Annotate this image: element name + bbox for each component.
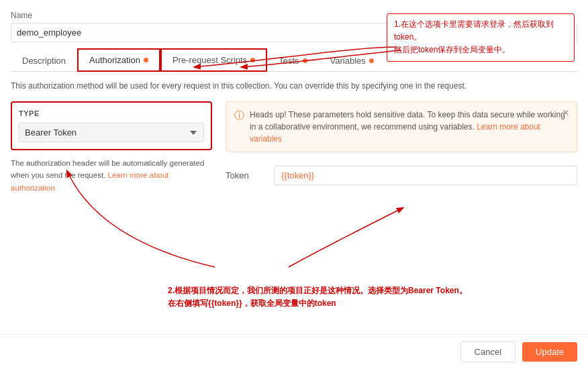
content-area: TYPE Bearer Token No Auth API Key Basic … xyxy=(11,101,577,369)
tab-pre-request-scripts[interactable]: Pre-request Scripts xyxy=(160,48,267,72)
tab-authorization[interactable]: Authorization xyxy=(77,48,160,72)
authorization-dot xyxy=(144,58,148,62)
alert-text: Heads up! These parameters hold sensitiv… xyxy=(250,109,569,145)
tab-tests[interactable]: Tests xyxy=(267,50,318,71)
alert-box: ⓘ Heads up! These parameters hold sensit… xyxy=(226,101,577,152)
alert-icon: ⓘ xyxy=(234,109,244,122)
token-input[interactable] xyxy=(274,166,577,185)
tab-description[interactable]: Description xyxy=(11,50,77,71)
tests-dot xyxy=(303,58,307,63)
pre-request-dot xyxy=(250,58,255,62)
type-label: TYPE xyxy=(19,109,204,117)
left-panel: TYPE Bearer Token No Auth API Key Basic … xyxy=(11,101,212,369)
tab-description-label: Description xyxy=(22,56,66,66)
name-input[interactable] xyxy=(11,23,577,42)
type-select[interactable]: Bearer Token No Auth API Key Basic Auth … xyxy=(19,123,204,142)
auth-info-text: The authorization header will be automat… xyxy=(11,157,212,194)
tab-pre-request-scripts-label: Pre-request Scripts xyxy=(173,55,247,65)
cancel-button[interactable]: Cancel xyxy=(460,341,516,362)
token-row: Token xyxy=(226,166,577,185)
tab-authorization-label: Authorization xyxy=(89,55,140,65)
footer: Cancel Update xyxy=(0,334,588,369)
name-section: Name xyxy=(11,11,577,42)
tabs-container: Description Authorization Pre-request Sc… xyxy=(11,48,577,72)
token-label: Token xyxy=(226,170,266,180)
update-button[interactable]: Update xyxy=(522,342,577,362)
right-panel: ⓘ Heads up! These parameters hold sensit… xyxy=(226,101,577,369)
tab-variables-label: Variables xyxy=(330,56,366,66)
type-section: TYPE Bearer Token No Auth API Key Basic … xyxy=(11,101,212,150)
description-text: This authorization method will be used f… xyxy=(11,80,577,92)
alert-close-button[interactable]: ✕ xyxy=(562,107,570,118)
tab-variables[interactable]: Variables xyxy=(319,50,385,71)
name-label: Name xyxy=(11,11,577,20)
variables-dot xyxy=(369,58,374,63)
tab-tests-label: Tests xyxy=(279,56,299,66)
